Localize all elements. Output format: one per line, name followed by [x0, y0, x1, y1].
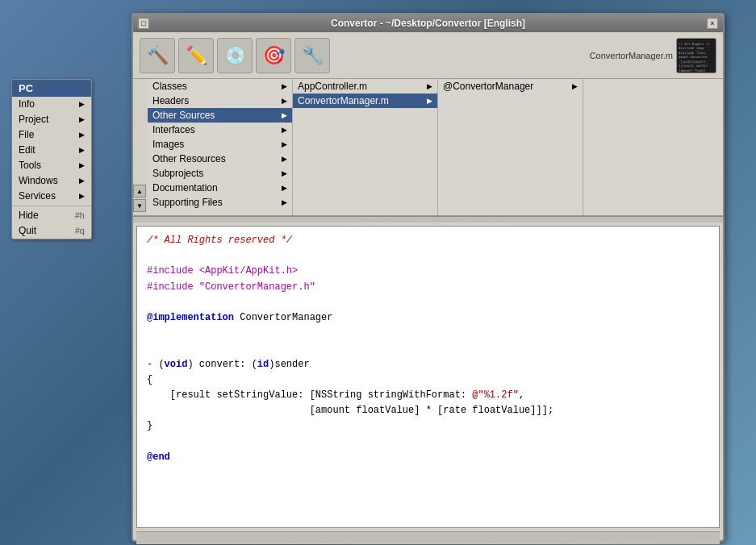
toolbar-btn-target[interactable]: 🎯 — [256, 38, 291, 73]
scroll-down-button[interactable]: ▼ — [133, 199, 146, 212]
arrow-icon: ▶ — [427, 82, 432, 90]
list-item[interactable]: Interfaces ▶ — [148, 123, 292, 137]
code-line: { — [147, 372, 709, 388]
resize-indicator: · · · · · · · · · · · · · · · · · · · · … — [349, 218, 506, 223]
menu-item-info[interactable]: Info ▶ — [12, 97, 91, 112]
arrow-icon: ▶ — [427, 97, 432, 105]
arrow-icon: ▶ — [79, 161, 85, 169]
menu-item-tools[interactable]: Tools ▶ — [12, 158, 91, 173]
arrow-icon: ▶ — [282, 111, 287, 119]
horizontal-scrollbar[interactable] — [136, 531, 720, 544]
columns-container: Classes ▶ Headers ▶ Other Sources ▶ Inte… — [148, 79, 723, 215]
list-item[interactable]: Classes ▶ — [148, 79, 292, 94]
menu-item-windows[interactable]: Windows ▶ — [12, 173, 91, 189]
list-item-symbol[interactable]: @ConvertorManager ▶ — [438, 79, 583, 94]
shortcut-quit: #q — [75, 226, 85, 235]
menu-item-services[interactable]: Services ▶ — [12, 189, 91, 204]
arrow-icon: ▶ — [79, 115, 85, 123]
shortcut-hide: #h — [75, 210, 85, 220]
toolbar-filename: ConvertorManager.m — [590, 51, 673, 60]
code-line: [result setStringValue: [NSString string… — [147, 388, 709, 403]
menu-item-edit[interactable]: Edit ▶ — [12, 143, 91, 158]
list-item[interactable]: Documentation ▶ — [148, 181, 292, 195]
menu-divider — [12, 206, 91, 206]
code-line: #include "ConvertorManager.h" — [147, 280, 709, 295]
file-browser: ▲ ▼ Classes ▶ Headers ▶ Other Sources ▶ — [133, 79, 723, 216]
code-line: @end — [147, 450, 709, 465]
detail-column — [583, 79, 723, 215]
main-window: □ Convertor - ~/Desktop/Convertor [Engli… — [132, 13, 725, 542]
list-item[interactable]: Other Resources ▶ — [148, 152, 292, 166]
symbols-column: @ConvertorManager ▶ — [438, 79, 583, 215]
code-line: #include <AppKit/AppKit.h> — [147, 264, 709, 279]
arrow-icon: ▶ — [282, 97, 287, 105]
list-item-convertormanager[interactable]: ConvertorManager.m ▶ — [293, 94, 437, 108]
menu-bar: PC Info ▶ Project ▶ File ▶ Edit ▶ Tools … — [11, 79, 92, 239]
list-item-other-sources[interactable]: Other Sources ▶ — [148, 108, 292, 123]
resize-handle[interactable]: · · · · · · · · · · · · · · · · · · · · … — [133, 216, 723, 223]
arrow-icon: ▶ — [282, 198, 287, 206]
file-thumbnail: /* All Rights */ #include <App #include … — [676, 38, 716, 73]
arrow-icon: ▶ — [282, 169, 287, 177]
list-item[interactable]: Headers ▶ — [148, 94, 292, 108]
menu-header: PC — [12, 80, 91, 97]
arrow-icon: ▶ — [79, 177, 85, 185]
code-line: [amount floatValue] * [rate floatValue]]… — [147, 403, 709, 418]
scroll-up-button[interactable]: ▲ — [133, 185, 146, 198]
thumbnail-preview: /* All Rights */ #include <App #include … — [677, 39, 716, 73]
code-line: @implementation ConvertorManager — [147, 310, 709, 326]
scroll-buttons: ▲ ▼ — [133, 79, 148, 215]
menu-item-quit[interactable]: Quit #q — [12, 223, 91, 239]
toolbar-btn-hammer[interactable]: 🔨 — [140, 38, 175, 73]
code-line: - (void) convert: (id)sender — [147, 357, 709, 372]
code-editor[interactable]: /* All Rights reserved */ #include <AppK… — [136, 226, 720, 528]
list-item[interactable]: Images ▶ — [148, 137, 292, 152]
arrow-icon: ▶ — [282, 126, 287, 134]
close-button-right[interactable]: × — [707, 18, 718, 29]
arrow-icon: ▶ — [282, 82, 287, 90]
close-button-left[interactable]: □ — [138, 18, 149, 29]
toolbar-btn-cd[interactable]: 💿 — [217, 38, 253, 73]
code-line: /* All Rights reserved */ — [147, 233, 709, 248]
arrow-icon: ▶ — [79, 131, 85, 139]
toolbar-btn-wrench[interactable]: 🔧 — [294, 38, 330, 73]
arrow-icon: ▶ — [282, 140, 287, 148]
toolbar: 🔨 ✏️ 💿 🎯 🔧 ConvertorManager.m /* All Rig… — [133, 32, 723, 79]
list-item[interactable]: Supporting Files ▶ — [148, 195, 292, 210]
list-item[interactable]: Subprojects ▶ — [148, 166, 292, 181]
arrow-icon: ▶ — [572, 82, 578, 90]
menu-item-file[interactable]: File ▶ — [12, 127, 91, 143]
arrow-icon: ▶ — [282, 155, 287, 163]
arrow-icon: ▶ — [79, 192, 85, 200]
title-bar: □ Convertor - ~/Desktop/Convertor [Engli… — [133, 15, 723, 32]
list-item-appcontroller[interactable]: AppController.m ▶ — [293, 79, 437, 94]
menu-item-project[interactable]: Project ▶ — [12, 112, 91, 127]
window-title: Convertor - ~/Desktop/Convertor [English… — [149, 18, 707, 29]
arrow-icon: ▶ — [79, 100, 85, 108]
toolbar-btn-edit[interactable]: ✏️ — [178, 38, 214, 73]
code-line: } — [147, 418, 709, 434]
thumb-text: /* All Rights */ #include <App #include … — [679, 42, 710, 73]
groups-column: Classes ▶ Headers ▶ Other Sources ▶ Inte… — [148, 79, 293, 215]
menu-item-hide[interactable]: Hide #h — [12, 208, 91, 223]
files-column: AppController.m ▶ ConvertorManager.m ▶ — [293, 79, 438, 215]
arrow-icon: ▶ — [79, 146, 85, 154]
arrow-icon: ▶ — [282, 184, 287, 192]
